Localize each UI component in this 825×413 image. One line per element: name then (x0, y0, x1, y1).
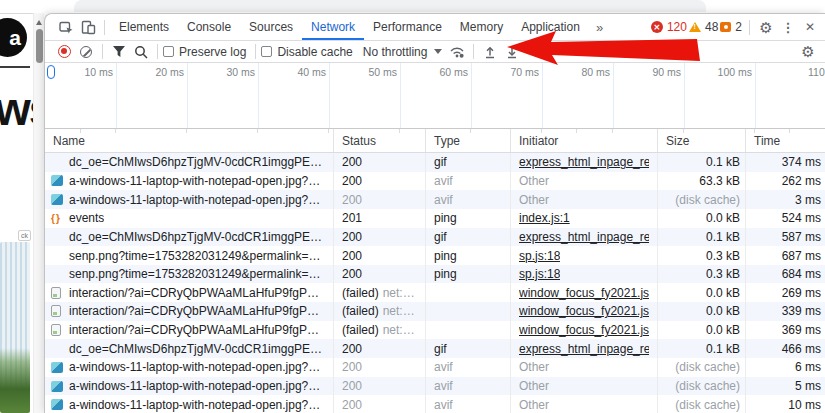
ruler-tick-label: 80 ms (581, 66, 610, 78)
column-header-initiator[interactable]: Initiator (511, 129, 658, 152)
status-code: 200 (342, 342, 362, 356)
status-code: 200 (342, 230, 362, 244)
warning-count: 48 (705, 20, 718, 34)
initiator-link[interactable]: sp.js:18 (519, 249, 560, 263)
cell-status: 200 (334, 377, 426, 396)
initiator-link[interactable]: window_focus_fy2021.js:7 (519, 286, 649, 300)
issues-badge[interactable]: 2 (720, 20, 742, 34)
devtools-panel: ElementsConsoleSourcesNetworkPerformance… (44, 13, 825, 413)
initiator-link[interactable]: window_focus_fy2021.js:7 (519, 304, 649, 318)
request-row[interactable]: a-windows-11-laptop-with-notepad-open.jp… (45, 358, 825, 377)
tab-memory[interactable]: Memory (451, 14, 512, 40)
cell-initiator: window_focus_fy2021.js:7 (511, 302, 658, 321)
request-row[interactable]: interaction/?ai=CDRyQbPWAaMLaHfuP9fgP4rS… (45, 283, 825, 302)
issues-count: 2 (735, 20, 742, 34)
ruler-gridline (755, 63, 756, 128)
device-toolbar-icon[interactable] (77, 17, 99, 37)
network-toolbar: Preserve log Disable cache No throttling… (45, 41, 825, 63)
close-devtools-icon[interactable]: ✕ (799, 17, 821, 37)
status-error-detail: net::ERR... (383, 286, 417, 300)
preserve-log-label: Preserve log (179, 45, 246, 59)
network-settings-gear-icon[interactable]: ⚙ (797, 42, 819, 62)
request-row[interactable]: dc_oe=ChMIwsD6hpzTjgMV-0cdCR1imggPEAEYAC… (45, 339, 825, 358)
cell-time: 684 ms (746, 265, 825, 284)
preserve-log-checkbox[interactable] (163, 46, 174, 57)
tab-network[interactable]: Network (302, 14, 364, 40)
clear-network-log-button[interactable] (75, 42, 97, 62)
cell-type: avif (426, 172, 511, 191)
export-har-download-icon[interactable] (501, 42, 523, 62)
filter-icon[interactable] (108, 42, 130, 62)
cell-size: 0.1 kB (658, 339, 746, 358)
cell-name: a-windows-11-laptop-with-notepad-open.jp… (45, 190, 334, 209)
overview-drag-handle[interactable] (47, 65, 55, 79)
request-row[interactable]: senp.png?time=1753282031249&permalink=%2… (45, 246, 825, 265)
inspect-element-icon[interactable] (55, 17, 77, 37)
browser-chrome-fragment (74, 0, 706, 12)
divider (255, 44, 256, 59)
record-network-log-button[interactable] (53, 42, 75, 62)
scrollbar-thumb[interactable] (36, 29, 43, 63)
page-scrollbar[interactable] (33, 13, 44, 413)
network-overview-ruler[interactable]: 10 ms20 ms30 ms40 ms50 ms60 ms70 ms80 ms… (45, 63, 825, 129)
request-row[interactable]: interaction/?ai=CDRyQbPWAaMLaHfuP9fgP4rS… (45, 321, 825, 340)
initiator-link[interactable]: sp.js:18 (519, 267, 560, 281)
import-har-icon[interactable] (479, 42, 501, 62)
request-name: dc_oe=ChMIwsD6hpzTjgMV-0cdCR1imggPEAEYAC… (69, 155, 325, 169)
request-row[interactable]: a-windows-11-laptop-with-notepad-open.jp… (45, 395, 825, 413)
status-code: 200 (342, 267, 362, 281)
initiator-link[interactable]: express_html_inpage_rendering (519, 230, 649, 244)
tab-performance[interactable]: Performance (364, 14, 451, 40)
column-header-time[interactable]: Time (746, 129, 825, 152)
cell-name: a-windows-11-laptop-with-notepad-open.jp… (45, 172, 334, 191)
request-row[interactable]: a-windows-11-laptop-with-notepad-open.jp… (45, 190, 825, 209)
request-row[interactable]: {}events201pingindex.js:10.0 kB524 ms (45, 209, 825, 228)
column-header-name[interactable]: Name (45, 129, 334, 152)
tab-application[interactable]: Application (512, 14, 589, 40)
console-error-badge[interactable]: ✕ 120 (651, 20, 687, 34)
kebab-menu-icon[interactable]: ⋮ (777, 17, 799, 37)
ruler-tick-label: 100 ms (718, 66, 752, 78)
cell-status: 201 (334, 209, 426, 228)
request-row[interactable]: dc_oe=ChMIwsD6hpzTjgMV-0cdCR1imggPEAEYAC… (45, 153, 825, 172)
request-row[interactable]: dc_oe=ChMIwsD6hpzTjgMV-0cdCR1imggPEAEYAC… (45, 228, 825, 247)
ruler-tick-label: 30 ms (226, 66, 255, 78)
search-icon[interactable] (130, 42, 152, 62)
disable-cache-checkbox[interactable] (261, 46, 272, 57)
request-row[interactable]: senp.png?time=1753282031249&permalink=%2… (45, 265, 825, 284)
ruler-gridline (329, 63, 330, 128)
request-row[interactable]: interaction/?ai=CDRyQbPWAaMLaHfuP9fgP4rS… (45, 302, 825, 321)
ruler-tick-label: 40 ms (297, 66, 326, 78)
cell-time: 374 ms (746, 153, 825, 172)
initiator-link[interactable]: express_html_inpage_rendering (519, 155, 649, 169)
status-code: 200 (342, 193, 362, 207)
throttling-dropdown[interactable]: No throttling (363, 45, 443, 59)
column-header-type[interactable]: Type (426, 129, 511, 152)
cell-size: (disk cache) (658, 395, 746, 413)
initiator-link[interactable]: express_html_inpage_rendering (519, 342, 649, 356)
tab-elements[interactable]: Elements (110, 14, 178, 40)
cell-status: 200 (334, 190, 426, 209)
scrollbar-up-arrow-icon[interactable] (36, 20, 42, 25)
status-code: 200 (342, 249, 362, 263)
tab-console[interactable]: Console (178, 14, 240, 40)
request-row[interactable]: a-windows-11-laptop-with-notepad-open.jp… (45, 377, 825, 396)
settings-gear-icon[interactable]: ⚙ (755, 17, 777, 37)
request-row[interactable]: a-windows-11-laptop-with-notepad-open.jp… (45, 172, 825, 191)
network-conditions-icon[interactable] (446, 42, 468, 62)
request-name: interaction/?ai=CDRyQbPWAaMLaHfuP9fgP4rS… (69, 286, 325, 300)
column-header-status[interactable]: Status (334, 129, 426, 152)
ruler-gridline (613, 63, 614, 128)
column-header-size[interactable]: Size (658, 129, 746, 152)
cell-name: a-windows-11-laptop-with-notepad-open.jp… (45, 395, 334, 413)
status-code: (failed) (342, 323, 379, 337)
initiator-link[interactable]: index.js:1 (519, 211, 570, 225)
more-tabs-icon[interactable]: » (589, 20, 610, 35)
page-thumbnail-image (0, 242, 30, 413)
initiator-link[interactable]: window_focus_fy2021.js:7 (519, 323, 649, 337)
cell-name: interaction/?ai=CDRyQbPWAaMLaHfuP9fgP4rS… (45, 283, 334, 302)
console-warning-badge[interactable]: 48 (689, 20, 718, 34)
tab-sources[interactable]: Sources (240, 14, 302, 40)
cell-size: 0.0 kB (658, 283, 746, 302)
cell-type: avif (426, 190, 511, 209)
